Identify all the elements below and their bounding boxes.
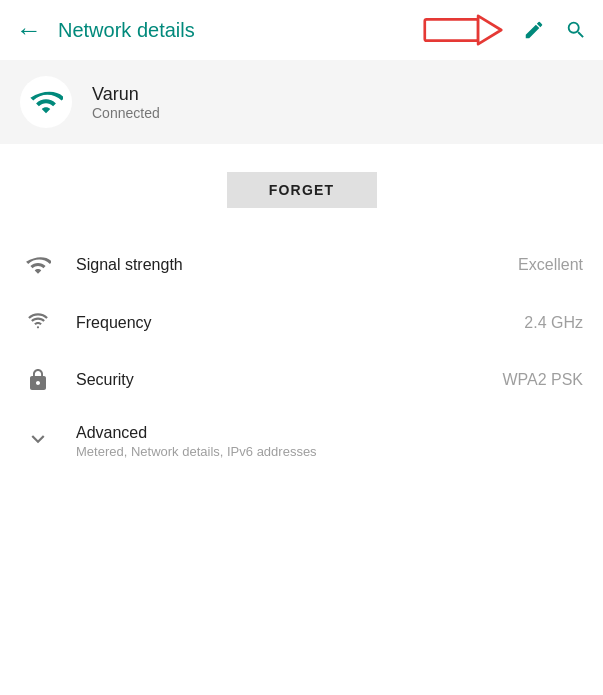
signal-strength-row: Signal strength Excellent bbox=[8, 236, 595, 294]
back-button[interactable]: ← bbox=[16, 17, 42, 43]
security-value: WPA2 PSK bbox=[502, 371, 583, 389]
advanced-label: Advanced bbox=[76, 424, 317, 442]
signal-strength-label: Signal strength bbox=[76, 256, 498, 274]
header: ← Network details bbox=[0, 0, 603, 60]
frequency-row: Frequency 2.4 GHz bbox=[8, 294, 595, 352]
frequency-value: 2.4 GHz bbox=[524, 314, 583, 332]
svg-rect-1 bbox=[425, 19, 478, 40]
header-actions bbox=[423, 11, 587, 49]
search-icon[interactable] bbox=[565, 19, 587, 41]
forget-section: FORGET bbox=[0, 144, 603, 236]
network-name: Varun bbox=[92, 84, 160, 105]
svg-marker-2 bbox=[478, 16, 501, 44]
annotation-arrow bbox=[423, 11, 503, 49]
network-info-section: Varun Connected bbox=[0, 60, 603, 144]
security-label: Security bbox=[76, 371, 482, 389]
wifi-icon-circle bbox=[20, 76, 72, 128]
frequency-label: Frequency bbox=[76, 314, 504, 332]
detail-list: Signal strength Excellent Frequency 2.4 … bbox=[0, 236, 603, 475]
signal-strength-icon bbox=[20, 252, 56, 278]
advanced-sublabel: Metered, Network details, IPv6 addresses bbox=[76, 444, 317, 459]
security-icon bbox=[20, 368, 56, 392]
advanced-row[interactable]: Advanced Metered, Network details, IPv6 … bbox=[8, 408, 595, 475]
signal-strength-value: Excellent bbox=[518, 256, 583, 274]
edit-icon[interactable] bbox=[523, 19, 545, 41]
forget-button[interactable]: FORGET bbox=[227, 172, 377, 208]
frequency-icon bbox=[20, 310, 56, 336]
network-status: Connected bbox=[92, 105, 160, 121]
network-details: Varun Connected bbox=[92, 84, 160, 121]
advanced-chevron-icon bbox=[20, 424, 56, 452]
advanced-content: Advanced Metered, Network details, IPv6 … bbox=[76, 424, 317, 459]
page-title: Network details bbox=[58, 19, 423, 42]
security-row: Security WPA2 PSK bbox=[8, 352, 595, 408]
wifi-strong-icon bbox=[29, 85, 63, 119]
